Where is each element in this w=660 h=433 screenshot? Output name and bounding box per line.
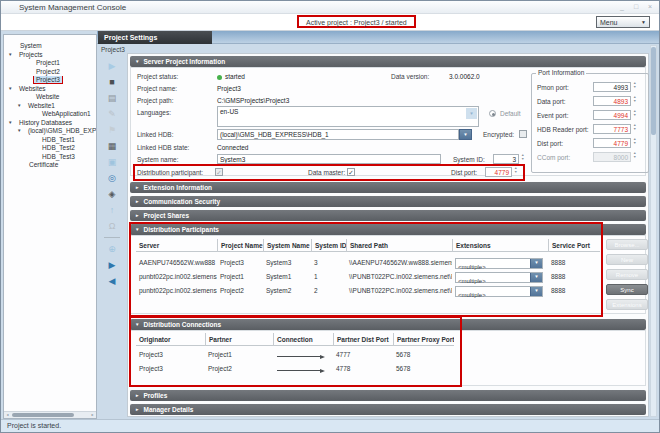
notification-button[interactable]: Ω bbox=[100, 218, 124, 234]
sync-button[interactable]: Sync bbox=[606, 284, 648, 295]
column-header-shared_path[interactable]: Shared Path bbox=[346, 239, 452, 252]
participant-row[interactable]: punbt022pc.in002.siemens.netProject1Syst… bbox=[136, 270, 600, 284]
hdb-reader-port-field[interactable]: 7773 bbox=[593, 124, 631, 134]
system-id-field[interactable]: 3 bbox=[493, 154, 519, 164]
connection-row[interactable]: Project3Project147775678 bbox=[136, 348, 454, 362]
link-hdb-button[interactable]: ⚑ bbox=[100, 122, 124, 138]
extensions-dropdown[interactable]: <multiple>▼ bbox=[455, 258, 543, 269]
data-master-checkbox[interactable]: ✓ bbox=[347, 168, 355, 176]
extensions-dropdown[interactable]: <multiple>▼ bbox=[455, 272, 543, 283]
tree-item-webapplication1[interactable]: WebApplication1 bbox=[4, 110, 96, 119]
column-header-system_name[interactable]: System Name bbox=[263, 239, 311, 252]
column-header-partner_proxy_port[interactable]: Partner Proxy Port bbox=[393, 333, 454, 346]
column-header-extensions[interactable]: Extensions bbox=[452, 239, 548, 252]
dist-port-spinner[interactable]: ▲ ▼ bbox=[514, 167, 517, 175]
tree-expander-icon[interactable]: ▼ bbox=[17, 127, 25, 136]
tree-item-websites[interactable]: ▼Websites bbox=[4, 85, 96, 94]
remove-button[interactable]: Remove bbox=[606, 269, 648, 280]
scroll-right-icon[interactable]: ▸ bbox=[89, 412, 96, 418]
languages-listbox[interactable]: en-US ▼ bbox=[217, 106, 479, 127]
copy-project-button[interactable]: ▤ bbox=[100, 90, 124, 106]
tree-expander-icon[interactable]: ▼ bbox=[8, 51, 16, 60]
section-header-server-project-information[interactable]: ▼ Server Project Information bbox=[130, 56, 646, 67]
languages-dropdown-icon[interactable]: ▼ bbox=[466, 108, 477, 119]
save-button[interactable]: ▣ bbox=[100, 154, 124, 170]
content-vertical-scrollbar[interactable] bbox=[650, 45, 657, 417]
upgrade-button[interactable]: ↑ bbox=[100, 202, 124, 218]
dist-port-field[interactable]: 4779 bbox=[593, 138, 631, 148]
data-port-spinner[interactable]: ▲▼ bbox=[633, 96, 636, 104]
pmon-port-spinner[interactable]: ▲▼ bbox=[633, 82, 636, 90]
tree-item-hdb-test3[interactable]: HDB_Test3 bbox=[4, 153, 96, 162]
tree-expander-icon[interactable]: ▼ bbox=[8, 119, 16, 128]
column-header-project_name[interactable]: Project Name bbox=[217, 239, 263, 252]
column-header-partner_dist_port[interactable]: Partner Dist Port bbox=[333, 333, 393, 346]
tab-project-settings[interactable]: Project Settings bbox=[98, 31, 212, 44]
edit-button[interactable]: ✎ bbox=[100, 106, 124, 122]
scroll-left-icon[interactable]: ◂ bbox=[4, 412, 11, 418]
extensions-dropdown[interactable]: <multiple>▼ bbox=[455, 286, 543, 297]
tree-item-project3[interactable]: Project3 bbox=[4, 76, 96, 85]
hdb-reader-port-spinner[interactable]: ▲▼ bbox=[633, 124, 636, 132]
history-db-button[interactable]: ◎ bbox=[100, 170, 124, 186]
linked-hdb-field[interactable]: (local)\GMS_HDB_EXPRESS\HDB_1 bbox=[217, 129, 459, 140]
dropdown-arrow-icon[interactable]: ▼ bbox=[530, 273, 542, 282]
tree-item-projects[interactable]: ▼Projects bbox=[4, 51, 96, 60]
section-header-extension-information[interactable]: ► Extension Information bbox=[130, 182, 646, 193]
linked-hdb-dropdown-button[interactable]: ▼ bbox=[459, 129, 472, 140]
section-header-distribution-participants[interactable]: ▼ Distribution Participants bbox=[130, 224, 646, 235]
participant-row[interactable]: AAENPU746562W.ww888Project3System33\\AAE… bbox=[136, 256, 600, 270]
maximize-icon[interactable]: □ bbox=[631, 3, 641, 10]
menu-dropdown-button[interactable]: Menu ▼ bbox=[596, 16, 650, 28]
participant-row[interactable]: punbt022pc.in002.siemens.netProject2Syst… bbox=[136, 284, 600, 298]
dropdown-arrow-icon[interactable]: ▼ bbox=[530, 287, 542, 296]
scrollbar-thumb[interactable] bbox=[651, 47, 656, 135]
add-button[interactable]: ⊕ bbox=[100, 241, 124, 257]
minimize-icon[interactable]: _ bbox=[617, 3, 627, 10]
expand-button[interactable]: ▶ bbox=[100, 257, 124, 273]
scrollbar-thumb[interactable] bbox=[12, 413, 74, 417]
tree-item-history-databases[interactable]: ▼History Databases bbox=[4, 119, 96, 128]
data-port-field[interactable]: 4893 bbox=[593, 96, 631, 106]
close-icon[interactable]: × bbox=[645, 3, 655, 10]
tree-expander-icon[interactable]: ▼ bbox=[8, 85, 16, 94]
stop-button[interactable]: ■ bbox=[100, 74, 124, 90]
pmon-port-field[interactable]: 4993 bbox=[593, 82, 631, 92]
system-name-field[interactable]: System3 bbox=[217, 154, 441, 164]
dist-port-field[interactable]: 4779 bbox=[485, 167, 512, 177]
column-header-originator[interactable]: Originator bbox=[136, 333, 205, 346]
tree-item-hdb-test1[interactable]: HDB_Test1 bbox=[4, 136, 96, 145]
column-header-connection[interactable]: Connection bbox=[273, 333, 333, 346]
column-header-partner[interactable]: Partner bbox=[205, 333, 273, 346]
section-header-manager-details[interactable]: ► Manager Details bbox=[130, 404, 646, 415]
section-header-project-shares[interactable]: ► Project Shares bbox=[130, 210, 646, 221]
tree-horizontal-scrollbar[interactable]: ◂ ▸ bbox=[4, 411, 96, 418]
browse-button[interactable]: Browse... bbox=[606, 239, 648, 250]
play-button[interactable]: ▶ bbox=[100, 58, 124, 74]
distribution-participant-checkbox[interactable]: ✓ bbox=[215, 168, 223, 176]
system-id-spinner[interactable]: ▲ ▼ bbox=[521, 154, 524, 162]
event-port-field[interactable]: 4994 bbox=[593, 110, 631, 120]
column-header-system_id[interactable]: System ID bbox=[311, 239, 346, 252]
tree-item-hdb-test2[interactable]: HDB_Test2 bbox=[4, 144, 96, 153]
encrypted-checkbox[interactable] bbox=[519, 130, 527, 138]
column-header-service_port[interactable]: Service Port bbox=[548, 239, 600, 252]
extensions-button[interactable]: Extensions bbox=[606, 299, 648, 310]
tree-item-website[interactable]: Website bbox=[4, 93, 96, 102]
distribution-button[interactable]: ▦ bbox=[100, 138, 124, 154]
tree-item-local-gms-hdb-expres[interactable]: ▼(local)\GMS_HDB_EXPRES bbox=[4, 127, 96, 136]
event-port-spinner[interactable]: ▲▼ bbox=[633, 110, 636, 118]
share-button[interactable]: ◈ bbox=[100, 186, 124, 202]
tree-item-project2[interactable]: Project2 bbox=[4, 68, 96, 77]
dist-port-spinner[interactable]: ▲▼ bbox=[633, 138, 636, 146]
default-radio[interactable] bbox=[489, 110, 496, 117]
column-header-server[interactable]: Server bbox=[136, 239, 217, 252]
tree-item-system[interactable]: System bbox=[4, 42, 96, 51]
collapse-button[interactable]: ◀ bbox=[100, 273, 124, 289]
tree-item-project1[interactable]: Project1 bbox=[4, 59, 96, 68]
section-header-profiles[interactable]: ► Profiles bbox=[130, 390, 646, 401]
new-button[interactable]: New bbox=[606, 254, 648, 265]
tree-item-certificate[interactable]: Certificate bbox=[4, 161, 96, 170]
section-header-distribution-connections[interactable]: ▼ Distribution Connections bbox=[130, 319, 646, 330]
connection-row[interactable]: Project3Project247785678 bbox=[136, 362, 454, 376]
